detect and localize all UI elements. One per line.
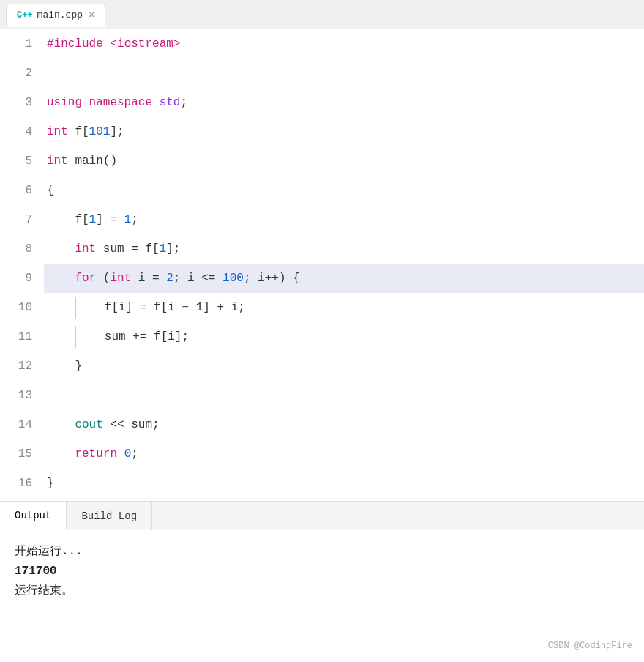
code-line-1: #include <iostream> [44, 29, 644, 59]
line-number-11: 11 [0, 322, 32, 352]
token-kw-std: std [160, 88, 181, 117]
token-num: 100 [222, 264, 244, 293]
code-line-7: f[1] = 1; [44, 205, 644, 234]
token-normal [47, 293, 75, 322]
token-normal [47, 410, 75, 439]
line-number-13: 13 [0, 381, 32, 410]
token-num: 0 [124, 439, 132, 469]
token-num: 101 [89, 117, 111, 146]
token-kw-int: int [47, 146, 75, 176]
token-kw-namespace: namespace [89, 88, 160, 117]
token-normal: main() [75, 146, 117, 176]
token-kw-include: #include [47, 29, 110, 59]
line-number-15: 15 [0, 439, 32, 469]
token-num: 1 [89, 205, 97, 234]
output-line: 171700 [15, 562, 629, 581]
code-line-12: } [44, 352, 644, 381]
output-line: 开始运行... [15, 542, 629, 562]
token-kw-using: using [47, 88, 89, 117]
token-normal: sum = f[ [103, 234, 160, 264]
token-kw-int: int [47, 117, 75, 146]
token-kw-return: return [75, 439, 124, 469]
token-num: 1 [160, 234, 167, 264]
token-normal: ; i++) { [244, 264, 300, 293]
token-normal: ]; [166, 234, 180, 264]
code-editor: 12345678910111213141516 #include <iostre… [0, 29, 644, 501]
line-numbers: 12345678910111213141516 [0, 29, 44, 501]
watermark: CSDN @CodingFire [548, 639, 632, 653]
indent-bar [75, 297, 76, 319]
line-number-10: 10 [0, 293, 32, 322]
token-kw-int: int [75, 234, 102, 264]
line-number-1: 1 [0, 29, 32, 59]
output-content: 开始运行...171700运行结束。 [15, 542, 629, 602]
line-number-12: 12 [0, 352, 32, 381]
token-normal: i = [138, 264, 166, 293]
token-kw-cout: cout [75, 410, 102, 439]
line-number-5: 5 [0, 146, 32, 176]
code-line-10: f[i] = f[i − 1] + i; [44, 293, 644, 322]
token-normal: ] = [96, 205, 124, 234]
token-normal: sum += f[i]; [76, 322, 189, 352]
line-number-6: 6 [0, 176, 32, 205]
token-op: − [181, 293, 189, 322]
output-line: 运行结束。 [15, 581, 629, 601]
token-normal: } [47, 352, 82, 381]
line-number-9: 9 [0, 264, 32, 293]
token-normal: } [47, 469, 54, 498]
code-lines[interactable]: #include <iostream>using namespace std;i… [44, 29, 644, 501]
line-number-3: 3 [0, 88, 32, 117]
indent-bar [75, 326, 76, 348]
token-normal: 1] + i; [189, 293, 245, 322]
code-line-2 [44, 59, 644, 88]
tab-bar: C++ main.cpp × [0, 0, 644, 29]
token-normal: ( [103, 264, 111, 293]
code-line-4: int f[101]; [44, 117, 644, 146]
bottom-tab-build-log[interactable]: Build Log [67, 502, 152, 530]
code-line-3: using namespace std; [44, 88, 644, 117]
tab-filename: main.cpp [37, 10, 83, 21]
token-kw-int: int [110, 264, 138, 293]
token-normal [47, 439, 75, 469]
token-normal [47, 234, 75, 264]
token-normal: f[ [75, 117, 89, 146]
code-line-13 [44, 381, 644, 410]
code-line-16: } [44, 469, 644, 498]
line-number-8: 8 [0, 234, 32, 264]
code-line-8: int sum = f[1]; [44, 234, 644, 264]
code-line-6: { [44, 176, 644, 205]
cpp-icon: C++ [17, 10, 33, 21]
token-num: 1 [124, 205, 132, 234]
token-kw-header: <iostream> [110, 29, 180, 59]
token-normal: ; [180, 88, 187, 117]
token-normal: ; i <= [173, 264, 222, 293]
token-normal: { [47, 176, 54, 205]
token-normal [47, 322, 75, 352]
bottom-tab-bar: OutputBuild Log [0, 501, 644, 530]
token-normal: ; [131, 205, 138, 234]
token-normal: ]; [110, 117, 124, 146]
token-num: 2 [166, 264, 173, 293]
code-line-5: int main() [44, 146, 644, 176]
line-number-2: 2 [0, 59, 32, 88]
line-number-4: 4 [0, 117, 32, 146]
code-line-9: for (int i = 2; i <= 100; i++) { [44, 264, 644, 293]
token-normal: << sum; [103, 410, 160, 439]
code-line-14: cout << sum; [44, 410, 644, 439]
code-line-15: return 0; [44, 439, 644, 469]
token-normal [47, 264, 75, 293]
output-panel: 开始运行...171700运行结束。 CSDN @CodingFire [0, 530, 644, 662]
token-kw-for: for [75, 264, 102, 293]
tab-close-button[interactable]: × [89, 10, 94, 21]
line-number-16: 16 [0, 469, 32, 498]
token-normal: f[i] = f[i [76, 293, 181, 322]
bottom-tab-output[interactable]: Output [0, 502, 67, 530]
token-normal: f[ [47, 205, 89, 234]
token-normal: ; [131, 439, 138, 469]
line-number-14: 14 [0, 410, 32, 439]
tab-main-cpp[interactable]: C++ main.cpp × [6, 4, 105, 27]
line-number-7: 7 [0, 205, 32, 234]
code-line-11: sum += f[i]; [44, 322, 644, 352]
